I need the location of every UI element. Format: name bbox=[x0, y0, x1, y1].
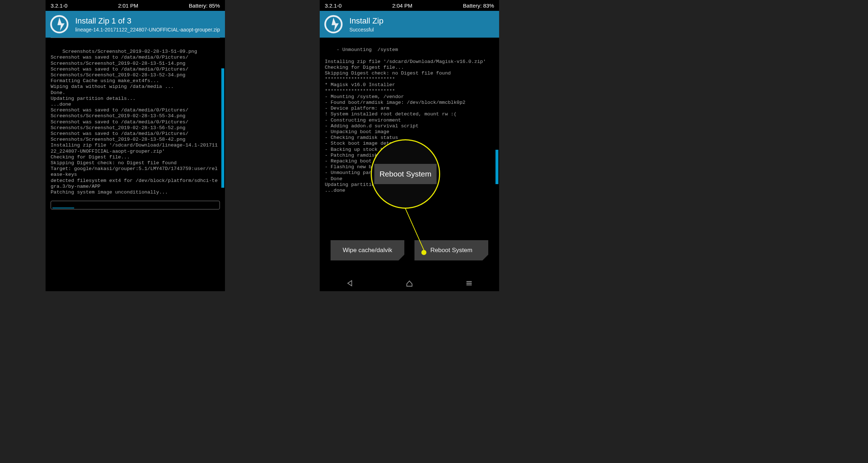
android-nav-bar bbox=[320, 275, 499, 291]
terminal-text: Screenshots/Screenshot_2019-02-28-13-51-… bbox=[51, 49, 218, 195]
status-bar: 3.2.1-0 2:01 PM Battery: 85% bbox=[46, 0, 225, 11]
battery-label: Battery: 85% bbox=[189, 3, 220, 9]
button-row: Wipe cache/dalvik Reboot System bbox=[320, 240, 499, 260]
time-label: 2:01 PM bbox=[118, 3, 138, 9]
menu-icon[interactable] bbox=[465, 279, 473, 287]
callout-dot bbox=[421, 250, 426, 255]
callout-circle: Reboot System bbox=[371, 139, 440, 209]
scrollbar[interactable] bbox=[221, 68, 224, 188]
header-subtitle: Successful bbox=[349, 27, 383, 33]
header-subtitle: lineage-14.1-20171122_224807-UNOFFICIAL-… bbox=[75, 27, 220, 33]
status-bar: 3.2.1-0 2:04 PM Battery: 83% bbox=[320, 0, 499, 11]
home-icon[interactable] bbox=[405, 279, 413, 287]
scrollbar[interactable] bbox=[495, 150, 498, 184]
time-label: 2:04 PM bbox=[392, 3, 412, 9]
wipe-cache-button[interactable]: Wipe cache/dalvik bbox=[331, 240, 404, 260]
callout-reboot-highlight: Reboot System bbox=[374, 164, 437, 184]
terminal-log[interactable]: Screenshots/Screenshot_2019-02-28-13-51-… bbox=[46, 39, 225, 199]
back-icon[interactable] bbox=[346, 279, 354, 287]
battery-label: Battery: 83% bbox=[463, 3, 494, 9]
phone-screenshot-left: 3.2.1-0 2:01 PM Battery: 85% Install Zip… bbox=[46, 0, 225, 291]
progress-container bbox=[46, 199, 225, 209]
twrp-logo-icon bbox=[324, 15, 343, 34]
divider bbox=[51, 38, 220, 38]
version-label: 3.2.1-0 bbox=[51, 3, 68, 9]
twrp-logo-icon bbox=[50, 15, 69, 34]
progress-bar bbox=[51, 201, 220, 209]
header-title: Install Zip 1 of 3 bbox=[75, 16, 220, 26]
twrp-header: Install Zip 1 of 3 lineage-14.1-20171122… bbox=[46, 11, 225, 38]
header-title: Install Zip bbox=[349, 16, 383, 26]
progress-fill bbox=[52, 208, 74, 208]
twrp-header: Install Zip Successful bbox=[320, 11, 499, 38]
version-label: 3.2.1-0 bbox=[325, 3, 342, 9]
